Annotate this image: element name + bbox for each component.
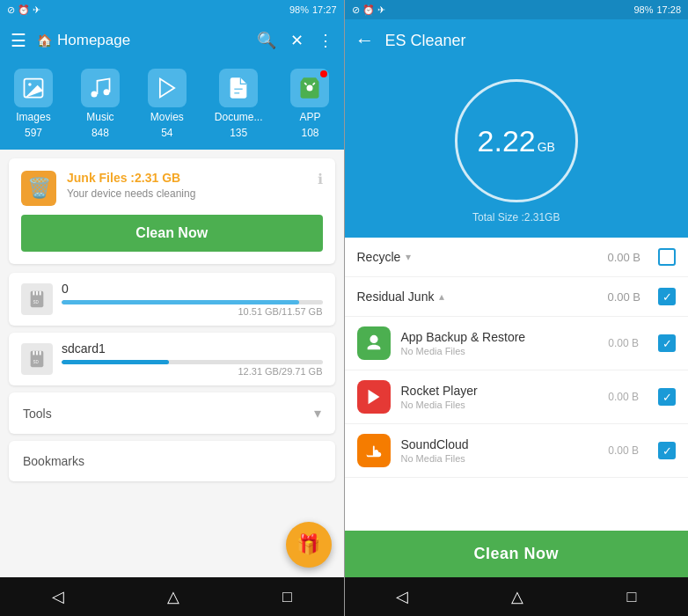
right-time: 17:28 [656, 4, 681, 15]
left-status-icons: ⊘ ⏰ ✈ [7, 4, 40, 16]
images-count: 597 [25, 127, 42, 139]
right-panel: ⊘ ⏰ ✈ 98% 17:28 ← ES Cleaner 2.22 GB Tot… [345, 0, 689, 616]
movies-label: Movies [150, 111, 184, 123]
junk-files-card: 🗑️ Junk Files :2.31 GB Your device needs… [9, 158, 335, 264]
app-notification-dot [320, 70, 327, 77]
bookmarks-label: Bookmarks [23, 454, 84, 468]
total-size-label: Total Size :2.31GB [472, 211, 560, 224]
junk-subtitle: Your device needs cleaning [67, 187, 307, 200]
right-header: ← ES Cleaner [345, 19, 689, 62]
residual-checkbox[interactable] [658, 288, 676, 305]
left-home-nav[interactable]: △ [150, 580, 197, 613]
size-circle: 2.22 GB [455, 79, 578, 202]
sd-icon-internal: SD [21, 283, 53, 315]
menu-icon[interactable]: ☰ [11, 30, 26, 51]
images-icon-wrap [14, 69, 53, 107]
svg-rect-13 [33, 351, 34, 356]
storage-sdcard-size: 12.31 GB/29.71 GB [62, 366, 323, 377]
svg-marker-17 [368, 390, 379, 405]
list-area: Recycle ▾ 0.00 B Residual Junk ▴ 0.00 B … [345, 238, 689, 531]
info-icon[interactable]: ℹ [318, 171, 323, 187]
tools-chevron-icon: ▾ [314, 405, 321, 422]
right-home-nav[interactable]: △ [494, 580, 541, 613]
soundcloud-app-size: 0.00 B [608, 444, 639, 457]
bookmarks-section[interactable]: Bookmarks [9, 441, 335, 481]
left-notification-icons: ⊘ ⏰ ✈ [7, 4, 40, 16]
category-music[interactable]: Music 848 [81, 69, 120, 139]
right-notification-icons: ⊘ ⏰ ✈ [352, 4, 385, 16]
back-button[interactable]: ← [355, 29, 375, 52]
right-clean-button[interactable]: Clean Now [345, 531, 689, 577]
movies-count: 54 [161, 127, 172, 139]
close-icon[interactable]: ✕ [290, 31, 304, 50]
left-square-nav[interactable]: □ [265, 581, 310, 613]
backup-checkbox[interactable] [658, 334, 676, 352]
rocket-app-size: 0.00 B [608, 391, 639, 403]
music-count: 848 [91, 127, 109, 139]
right-status-bar: ⊘ ⏰ ✈ 98% 17:28 [345, 0, 689, 19]
docs-count: 135 [230, 127, 247, 139]
category-documents[interactable]: Docume... 135 [215, 69, 263, 139]
left-header: ☰ 🏠 Homepage 🔍 ✕ ⋮ [0, 19, 344, 62]
left-bottom-nav: ◁ △ □ [0, 577, 344, 616]
left-time: 17:27 [312, 4, 337, 15]
soundcloud-app-icon [357, 434, 391, 467]
recycle-expand-icon[interactable]: ▾ [406, 251, 411, 263]
tools-label: Tools [23, 407, 52, 421]
header-title-text: Homepage [57, 32, 130, 49]
category-images[interactable]: Images 597 [14, 69, 53, 139]
soundcloud-app-subtitle: No Media Files [401, 453, 598, 464]
more-icon[interactable]: ⋮ [318, 31, 333, 50]
svg-rect-9 [36, 291, 38, 296]
backup-app-name: App Backup & Restore [401, 330, 598, 344]
rocket-checkbox[interactable] [658, 388, 676, 406]
circle-size-value: 2.22 [478, 126, 536, 156]
movies-icon-wrap [148, 69, 187, 107]
left-main-content: 🗑️ Junk Files :2.31 GB Your device needs… [0, 150, 344, 577]
storage-internal: SD 0 10.51 GB/11.57 GB [9, 273, 335, 326]
storage-sdcard-fill [62, 360, 169, 364]
right-status-icons: ⊘ ⏰ ✈ [352, 4, 385, 16]
music-icon-wrap [81, 69, 120, 107]
images-label: Images [16, 111, 50, 123]
svg-text:SD: SD [33, 360, 39, 364]
right-bottom-nav: ◁ △ □ [345, 577, 689, 616]
search-icon[interactable]: 🔍 [257, 31, 276, 50]
backup-app-info: App Backup & Restore No Media Files [401, 330, 598, 356]
svg-point-1 [28, 83, 32, 86]
right-battery: 98% [633, 4, 653, 15]
rocket-player-row: Rocket Player No Media Files 0.00 B [345, 370, 689, 424]
fab-gift[interactable]: 🎁 [286, 522, 332, 568]
storage-sdcard: SD sdcard1 12.31 GB/29.71 GB [9, 333, 335, 385]
residual-expand-icon[interactable]: ▴ [439, 290, 444, 303]
rocket-app-subtitle: No Media Files [401, 400, 598, 410]
svg-rect-10 [40, 291, 41, 296]
junk-info: Junk Files :2.31 GB Your device needs cl… [67, 171, 307, 200]
backup-app-icon [357, 326, 391, 360]
app-label: APP [299, 111, 320, 123]
left-back-nav[interactable]: ◁ [34, 580, 82, 613]
trash-icon: 🗑️ [21, 171, 56, 206]
left-status-bar: ⊘ ⏰ ✈ 98% 17:27 [0, 0, 344, 19]
tools-section[interactable]: Tools ▾ [9, 392, 335, 434]
right-square-nav[interactable]: □ [610, 581, 655, 613]
svg-point-3 [103, 89, 109, 95]
right-back-nav[interactable]: ◁ [378, 580, 426, 613]
residual-label: Residual Junk ▴ [357, 290, 599, 304]
soundcloud-row: SoundCloud No Media Files 0.00 B [345, 424, 689, 478]
svg-marker-4 [160, 79, 174, 98]
residual-size: 0.00 B [607, 290, 640, 304]
recycle-checkbox[interactable] [658, 248, 676, 266]
storage-internal-name: 0 [62, 282, 323, 296]
circle-unit: GB [538, 140, 555, 154]
storage-internal-fill [62, 300, 299, 304]
storage-sdcard-info: sdcard1 12.31 GB/29.71 GB [62, 341, 323, 377]
storage-internal-info: 0 10.51 GB/11.57 GB [62, 282, 323, 317]
left-clean-button[interactable]: Clean Now [21, 215, 323, 252]
soundcloud-checkbox[interactable] [658, 442, 676, 459]
app-count: 108 [301, 127, 318, 139]
category-app[interactable]: APP 108 [290, 69, 329, 139]
docs-label: Docume... [215, 111, 263, 123]
svg-rect-15 [40, 351, 41, 356]
category-movies[interactable]: Movies 54 [148, 69, 187, 139]
